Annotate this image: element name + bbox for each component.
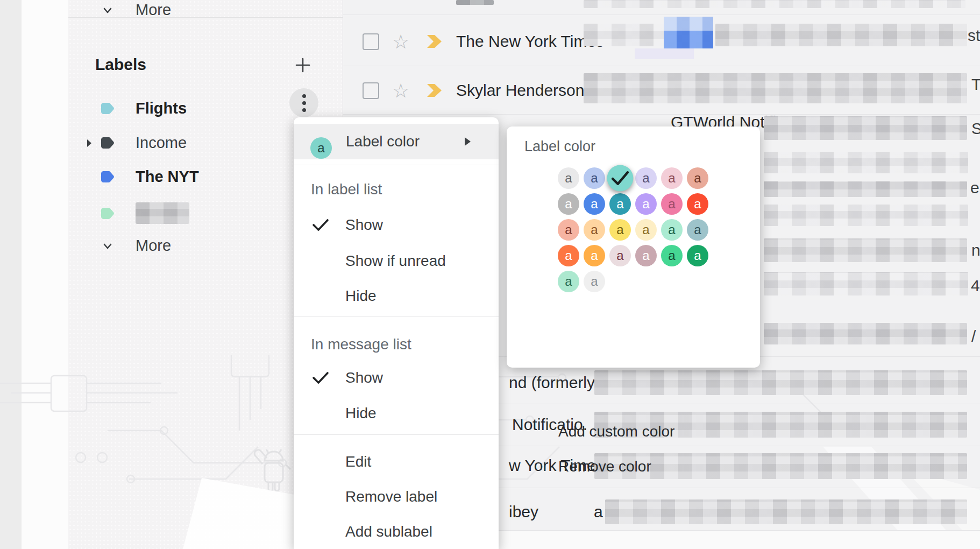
email-sender[interactable]: Skylar Henderson [456,81,584,100]
check-icon [312,371,329,385]
label-tag-icon [100,206,115,221]
menu-item-label: Show if unread [345,252,446,270]
censored-subject [715,24,967,46]
sidebar-item-label: More [136,237,171,255]
sidebar-item-more-bottom[interactable]: More [101,237,171,255]
censored-subject [764,116,967,140]
menu-item-label: Hide [345,405,377,422]
censored-subject [584,24,664,46]
check-icon [312,218,329,232]
label-options-button[interactable] [289,88,318,117]
label-tag-icon [100,136,115,150]
color-swatch[interactable]: a [687,245,708,266]
menu-item-show-message-list[interactable]: Show [294,366,499,390]
sidebar-item-redacted[interactable] [100,202,189,224]
row-checkbox[interactable] [363,33,379,50]
color-swatch[interactable]: a [584,167,605,189]
label-name: Income [136,134,187,152]
censored-text [764,323,967,344]
color-swatch-grid: aaaaaaaaaaaaaaaaaaaaaaaaa [558,167,714,297]
sidebar-item-label: More [136,1,171,19]
sidebar-item-the-nyt[interactable]: The NYT [100,168,199,186]
color-swatch[interactable]: a [609,245,631,266]
color-swatch[interactable]: a [609,193,631,215]
color-swatch[interactable]: a [661,167,683,189]
redacted-label-name [136,202,189,224]
star-icon[interactable]: ☆ [392,32,409,52]
importance-marker-icon[interactable] [426,34,444,49]
menu-item-label: Add sublabel [345,523,432,540]
color-swatch[interactable]: a [635,245,657,266]
color-swatch-selected[interactable] [607,165,634,192]
color-swatch[interactable]: a [558,245,579,266]
submenu-title: Label color [524,138,595,155]
menu-item-label: Label color [346,133,420,150]
clipped-row-text [456,0,494,5]
row-checkbox[interactable] [363,82,379,99]
clipped-text-fragment: st [968,26,980,45]
email-sender[interactable]: ibey [509,503,538,521]
color-swatch[interactable]: a [687,193,708,215]
importance-marker-icon[interactable] [426,83,444,98]
color-swatch[interactable]: a [661,193,683,215]
color-swatch[interactable]: a [558,193,579,215]
color-swatch[interactable]: a [687,219,708,241]
censored-highlight [664,17,713,31]
expand-arrow-icon[interactable] [86,139,93,147]
menu-item-hide-label-list[interactable]: Hide [294,284,499,308]
color-swatch[interactable]: a [584,271,605,292]
censored-subject [584,73,967,103]
color-swatch[interactable]: a [558,167,579,189]
label-name: The NYT [136,168,199,186]
email-sender[interactable]: The New York Times [456,32,604,51]
menu-item-label: Show [345,369,383,386]
sidebar-item-more-top[interactable]: More [101,1,171,19]
clipped-text-fragment: TO [971,75,980,94]
label-options-menu: a Label color In label list Show Show if… [294,117,499,549]
sidebar-item-income[interactable]: Income [86,134,187,152]
email-sender[interactable]: nd (formerly. [509,374,598,392]
remove-color-button[interactable]: Remove color [558,458,651,475]
color-swatch[interactable]: a [687,167,708,189]
clipped-text-fragment: e [970,179,979,197]
color-swatch[interactable]: a [635,219,657,241]
color-swatch[interactable]: a [609,219,631,241]
menu-item-remove-label[interactable]: Remove label [294,485,499,509]
label-color-swatch-icon: a [310,137,332,159]
color-swatch[interactable]: a [558,271,579,292]
menu-item-label: Hide [345,287,377,305]
color-swatch[interactable]: a [661,219,683,241]
menu-item-label-color[interactable]: a Label color [294,124,499,159]
menu-item-label: Edit [345,453,371,470]
plus-icon [294,57,311,74]
labels-section-header: Labels [95,55,146,74]
create-label-button[interactable] [294,57,311,74]
censored-text [764,272,968,295]
color-swatch[interactable]: a [584,245,605,266]
color-swatch[interactable]: a [661,245,683,266]
censored-text [764,238,967,262]
censored-text [764,152,968,173]
color-swatch[interactable]: a [635,167,657,189]
chevron-down-icon [101,240,114,252]
menu-item-edit[interactable]: Edit [294,450,499,474]
censored-text [764,205,968,226]
chevron-down-icon [101,4,114,17]
clipped-text-fragment: 4 [971,277,980,295]
censored-subject [594,370,967,395]
menu-item-hide-message-list[interactable]: Hide [294,402,499,425]
color-swatch[interactable]: a [584,219,605,241]
label-name: Flights [136,100,187,117]
color-swatch[interactable]: a [558,219,579,241]
star-icon[interactable]: ☆ [392,81,409,101]
add-custom-color-button[interactable]: Add custom color [558,423,674,440]
sidebar-item-flights[interactable]: Flights [100,100,187,117]
color-swatch[interactable]: a [635,193,657,215]
menu-item-add-sublabel[interactable]: Add sublabel [294,520,499,544]
menu-item-show-if-unread[interactable]: Show if unread [294,249,499,273]
censored-fringe [635,48,694,59]
menu-section-header: In message list [311,336,411,353]
color-swatch[interactable]: a [584,193,605,215]
censored-text [764,181,967,197]
menu-item-show-label-list[interactable]: Show [294,213,499,237]
